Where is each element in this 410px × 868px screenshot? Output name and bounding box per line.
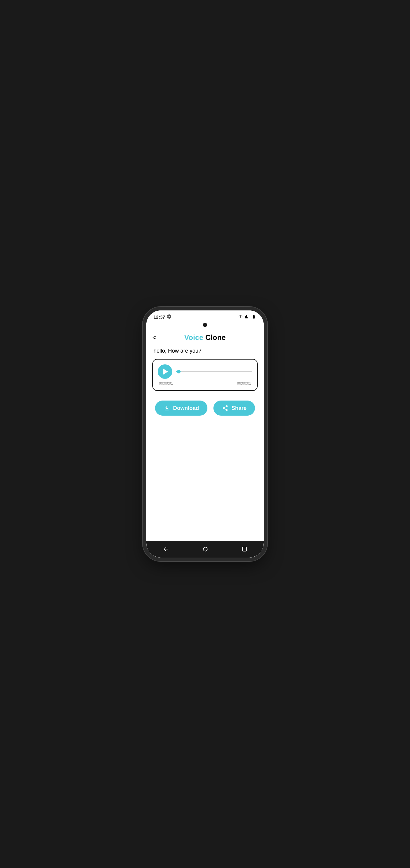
- header: < Voice Clone: [146, 329, 264, 345]
- current-time: 00:00:01: [159, 381, 173, 385]
- wifi-icon: [238, 315, 243, 319]
- progress-thumb: [177, 370, 181, 373]
- download-label: Download: [173, 405, 199, 411]
- status-icons: [238, 315, 257, 319]
- share-label: Share: [232, 405, 246, 411]
- title-voice: Voice: [184, 333, 203, 341]
- play-button[interactable]: [158, 364, 172, 379]
- download-button[interactable]: Download: [155, 401, 207, 415]
- app-content: < Voice Clone hello, How are you?: [146, 329, 264, 541]
- audio-player-row: [158, 364, 252, 379]
- subtitle-text: hello, How are you?: [146, 345, 264, 359]
- total-time: 00:00:01: [237, 381, 251, 385]
- download-icon: [164, 405, 170, 411]
- signal-icon: [245, 315, 249, 319]
- play-icon: [163, 369, 168, 375]
- svg-point-0: [203, 547, 207, 551]
- battery-icon: [251, 315, 257, 319]
- notch-area: [146, 321, 264, 329]
- back-button[interactable]: <: [152, 334, 157, 341]
- recents-nav-button[interactable]: [242, 547, 247, 552]
- nav-bar: [146, 541, 264, 558]
- back-nav-button[interactable]: [163, 546, 169, 552]
- home-nav-button[interactable]: [202, 546, 208, 552]
- status-bar: 12:37: [146, 310, 264, 321]
- bottom-area: [146, 422, 264, 541]
- share-button[interactable]: Share: [213, 401, 255, 415]
- camera-dot: [203, 323, 207, 327]
- status-time: 12:37: [153, 314, 165, 319]
- header-title: Voice Clone: [184, 333, 226, 342]
- progress-bar-container: [176, 371, 252, 372]
- audio-player: 00:00:01 00:00:01: [152, 359, 258, 391]
- phone-screen: 12:37: [146, 310, 264, 558]
- time-row: 00:00:01 00:00:01: [158, 381, 252, 385]
- title-clone: Clone: [203, 333, 226, 341]
- progress-fill: [176, 371, 179, 372]
- share-icon: [222, 405, 229, 411]
- action-buttons: Download Share: [146, 391, 264, 422]
- gear-icon: [167, 314, 172, 320]
- progress-track[interactable]: [176, 371, 252, 372]
- phone-frame: 12:37: [146, 310, 264, 558]
- svg-rect-1: [242, 547, 246, 551]
